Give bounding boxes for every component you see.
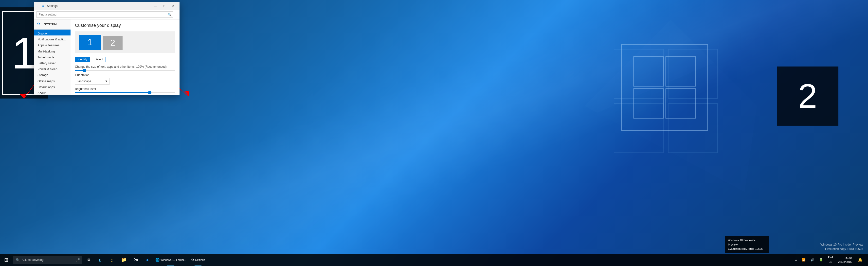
network-icon[interactable]: 📶 <box>800 258 808 262</box>
edge-icon: e <box>99 257 101 263</box>
battery-indicator[interactable]: 🔋 <box>817 258 825 262</box>
close-button[interactable]: ✕ <box>169 2 178 10</box>
pinned-edge[interactable]: e <box>94 254 106 266</box>
detect-button[interactable]: Detect <box>92 57 106 62</box>
sidebar-header: ⚙ SYSTEM <box>34 20 70 30</box>
size-slider[interactable] <box>75 70 175 71</box>
start-button[interactable]: ⊞ <box>0 254 12 266</box>
settings-search-input[interactable] <box>36 11 173 18</box>
brightness-label: Brightness level <box>75 87 175 91</box>
back-button[interactable]: ← <box>36 4 40 8</box>
volume-icon: 🔊 <box>810 258 814 262</box>
monitor-preview: 1 2 <box>75 32 175 53</box>
search-icon: 🔍 <box>16 258 20 262</box>
time-display: 15:30 <box>844 256 852 260</box>
desktop: 1 2 ← ⚙ Settings — □ ✕ 🔍 <box>0 0 868 266</box>
windows-watermark: Windows 10 Pro Insider Preview Evaluatio… <box>820 242 863 251</box>
notification-center-button[interactable]: 🔔 <box>855 254 866 266</box>
orientation-setting: Orientation Landscape ▼ <box>75 73 175 85</box>
page-heading: Customise your display <box>75 23 175 28</box>
app1-icon: ● <box>146 257 149 263</box>
sidebar-item-battery[interactable]: Battery saver <box>34 59 70 65</box>
minimize-button[interactable]: — <box>151 2 160 10</box>
search-placeholder: Ask me anything <box>22 258 44 262</box>
tooltip-line1: Windows 10 Pro Insider Preview <box>728 238 766 247</box>
notification-icon: 🔔 <box>858 258 863 262</box>
pinned-explorer[interactable]: 📁 <box>118 254 130 266</box>
notification-area: ∧ <box>793 258 799 262</box>
identify-button[interactable]: Identify <box>75 57 90 62</box>
lang-label: ENG <box>828 256 833 259</box>
svg-marker-14 <box>185 91 189 96</box>
pinned-forum[interactable]: 🌐 Windows 10 Forum... <box>153 254 188 266</box>
monitor-2-preview[interactable]: 2 <box>103 36 123 50</box>
notification-tooltip: Windows 10 Pro Insider Preview Evaluatio… <box>725 236 769 253</box>
volume-control[interactable]: 🔊 <box>809 258 816 262</box>
maximize-button[interactable]: □ <box>160 2 169 10</box>
window-controls: — □ ✕ <box>151 2 178 10</box>
wifi-icon: 📶 <box>802 258 806 262</box>
desktop-logo <box>584 20 757 192</box>
orientation-select[interactable]: Landscape ▼ <box>75 78 110 85</box>
settings-main-content: Customise your display 1 2 Identify Dete… <box>70 20 180 95</box>
ie-icon: e <box>111 257 113 263</box>
sidebar-item-notifications[interactable]: Notifications & actions <box>34 35 70 41</box>
settings-label: Settings <box>195 258 205 261</box>
language-indicator[interactable]: ENG EN <box>826 256 835 264</box>
orientation-value: Landscape <box>77 79 91 83</box>
window-body: ⚙ SYSTEM Display Notifications & actions… <box>34 20 180 95</box>
window-titlebar: ← ⚙ Settings — □ ✕ <box>34 2 180 10</box>
tooltip-line2: Evaluation copy. Build 10525 <box>728 247 766 251</box>
monitor-1-label: 1 <box>88 37 92 47</box>
sidebar-header-text: SYSTEM <box>44 23 57 26</box>
taskbar-search[interactable]: 🔍 Ask me anything 🎤 <box>13 256 82 264</box>
sidebar-item-apps[interactable]: Apps & features <box>34 41 70 47</box>
clock[interactable]: 15:30 28/08/2015 <box>836 256 854 264</box>
sidebar-item-multitasking[interactable]: Multi-tasking <box>34 47 70 54</box>
window-title: Settings <box>47 4 151 8</box>
pinned-ie[interactable]: e <box>106 254 118 266</box>
chevron-down-icon: ▼ <box>105 79 108 83</box>
sidebar-item-storage[interactable]: Storage <box>34 71 70 77</box>
system-icon: ⚙ <box>37 22 42 27</box>
mic-icon[interactable]: 🎤 <box>76 258 80 262</box>
pinned-store[interactable]: 🛍 <box>130 254 142 266</box>
settings-title-icon: ⚙ <box>41 4 45 8</box>
task-view-icon: ⧉ <box>88 258 90 262</box>
date-display: 28/08/2015 <box>838 260 852 264</box>
sidebar-item-power[interactable]: Power & sleep <box>34 65 70 71</box>
show-hidden-icon[interactable]: ∧ <box>795 258 797 262</box>
battery-icon: 🔋 <box>819 258 823 262</box>
size-label: Change the size of text, apps and other … <box>75 65 175 68</box>
store-icon: 🛍 <box>133 257 138 263</box>
forum-icon: 🌐 <box>155 258 159 262</box>
pinned-settings[interactable]: ⚙ Settings <box>188 254 208 266</box>
monitor-id-overlay-2: 2 <box>777 67 838 126</box>
sidebar-item-display[interactable]: Display <box>34 30 70 35</box>
size-setting: Change the size of text, apps and other … <box>75 65 175 71</box>
task-view-button[interactable]: ⧉ <box>83 254 94 266</box>
brightness-slider[interactable] <box>75 92 175 93</box>
settings-window: ← ⚙ Settings — □ ✕ 🔍 ⚙ SYSTEM Display <box>34 2 180 95</box>
settings-search-bar: 🔍 <box>34 10 180 20</box>
settings-icon: ⚙ <box>191 258 194 262</box>
search-icon: 🔍 <box>168 13 172 16</box>
monitor-id-2-number: 2 <box>798 76 817 116</box>
pinned-apps: e e 📁 🛍 ● 🌐 Windows 10 Forum... ⚙ Settin… <box>94 254 208 266</box>
sidebar-item-offline[interactable]: Offline maps <box>34 77 70 83</box>
start-icon: ⊞ <box>4 257 8 263</box>
taskbar: ⊞ 🔍 Ask me anything 🎤 ⧉ e e 📁 🛍 <box>0 254 868 266</box>
sidebar-item-default[interactable]: Default apps <box>34 83 70 89</box>
watermark-line1: Windows 10 Pro Insider Preview <box>820 242 863 247</box>
system-tray: ∧ 📶 🔊 🔋 ENG EN 15:30 28/08/2015 🔔 <box>793 254 868 266</box>
sidebar-item-about[interactable]: About <box>34 89 70 95</box>
sidebar-item-tablet[interactable]: Tablet mode <box>34 54 70 59</box>
monitor-action-buttons: Identify Detect <box>75 57 175 62</box>
monitor-1-preview[interactable]: 1 <box>79 35 101 50</box>
keyboard-label: EN <box>829 261 832 264</box>
forum-label: Windows 10 Forum... <box>160 258 186 261</box>
explorer-icon: 📁 <box>121 257 126 263</box>
brightness-setting: Brightness level <box>75 87 175 93</box>
pinned-app1[interactable]: ● <box>142 254 153 266</box>
watermark-line2: Evaluation copy. Build 10525 <box>820 247 863 251</box>
